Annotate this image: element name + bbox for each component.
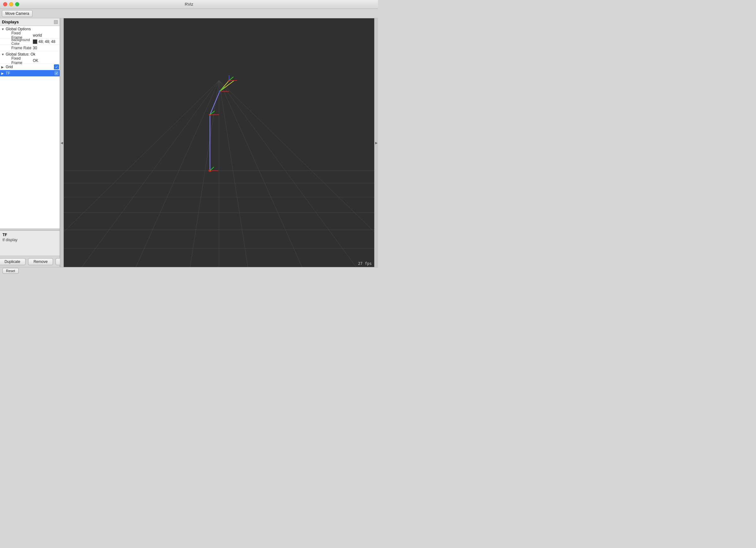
description-title: TF bbox=[3, 233, 57, 237]
fps-display: 27 fps bbox=[358, 261, 372, 266]
close-button[interactable] bbox=[3, 2, 7, 6]
tf-checkbox-area[interactable]: ✓ bbox=[53, 71, 60, 76]
viewport[interactable]: 27 fps bbox=[64, 18, 374, 267]
duplicate-button[interactable]: Duplicate bbox=[0, 258, 26, 265]
tf-label: TF bbox=[6, 71, 53, 75]
grid-checkbox[interactable]: ✓ bbox=[54, 64, 59, 69]
titlebar: RViz bbox=[0, 0, 378, 9]
tf-item[interactable]: ▶ TF ✓ bbox=[0, 70, 60, 76]
left-collapse-handle[interactable]: ◀ bbox=[60, 18, 64, 267]
collapse-right-icon: ▶ bbox=[375, 141, 378, 144]
global-status-fixed-frame-label: Fixed Frame bbox=[0, 56, 32, 65]
background-color-value[interactable]: 48; 48; 48 bbox=[32, 39, 60, 44]
window-controls bbox=[3, 2, 19, 6]
window-title: RViz bbox=[185, 2, 193, 7]
background-color-label: Background Color bbox=[0, 38, 32, 45]
color-value-text: 48; 48; 48 bbox=[38, 39, 55, 44]
tf-check-icon: ✓ bbox=[55, 71, 58, 75]
collapse-left-icon: ◀ bbox=[61, 141, 63, 144]
scroll-indicator bbox=[54, 20, 58, 24]
frame-rate-value[interactable]: 30 bbox=[32, 46, 60, 50]
tf-arrow: ▶ bbox=[1, 72, 6, 75]
displays-header: Displays bbox=[0, 18, 60, 26]
global-status-fixed-frame-row: Fixed Frame OK bbox=[0, 57, 60, 64]
displays-title: Displays bbox=[2, 20, 19, 24]
description-text: tf display bbox=[3, 238, 57, 242]
main-area: Displays ▼ Global Options Fixed Frame wo… bbox=[0, 18, 378, 267]
grid-checkbox-area[interactable]: ✓ bbox=[53, 64, 60, 69]
minimize-button[interactable] bbox=[9, 2, 13, 6]
viewport-grid bbox=[64, 18, 374, 267]
background-color-row: Background Color 48; 48; 48 bbox=[0, 38, 60, 45]
grid-label: Grid bbox=[6, 65, 53, 69]
reset-button[interactable]: Reset bbox=[3, 268, 19, 274]
global-status-arrow: ▼ bbox=[1, 53, 6, 56]
toolbar: Move Camera bbox=[0, 9, 378, 18]
description-area: TF tf display bbox=[0, 230, 60, 256]
right-collapse-handle[interactable]: ▶ bbox=[374, 18, 378, 267]
statusbar: Reset bbox=[0, 267, 378, 274]
tree-area[interactable]: ▼ Global Options Fixed Frame world Backg… bbox=[0, 26, 60, 228]
tf-checkbox[interactable]: ✓ bbox=[54, 71, 59, 76]
move-camera-button[interactable]: Move Camera bbox=[2, 10, 32, 17]
fixed-frame-value[interactable]: world bbox=[32, 33, 60, 38]
global-status-fixed-frame-value: OK bbox=[32, 58, 60, 63]
grid-arrow: ▶ bbox=[1, 65, 6, 69]
global-options-arrow: ▼ bbox=[1, 27, 6, 31]
grid-check-icon: ✓ bbox=[55, 65, 58, 69]
left-panel: Displays ▼ Global Options Fixed Frame wo… bbox=[0, 18, 60, 267]
frame-rate-label: Frame Rate bbox=[0, 46, 32, 50]
grid-item[interactable]: ▶ Grid ✓ bbox=[0, 64, 60, 70]
remove-button[interactable]: Remove bbox=[28, 258, 53, 265]
color-swatch bbox=[33, 39, 37, 44]
frame-rate-row: Frame Rate 30 bbox=[0, 45, 60, 51]
bottom-buttons: Add Duplicate Remove Rename bbox=[0, 256, 60, 267]
maximize-button[interactable] bbox=[15, 2, 19, 6]
